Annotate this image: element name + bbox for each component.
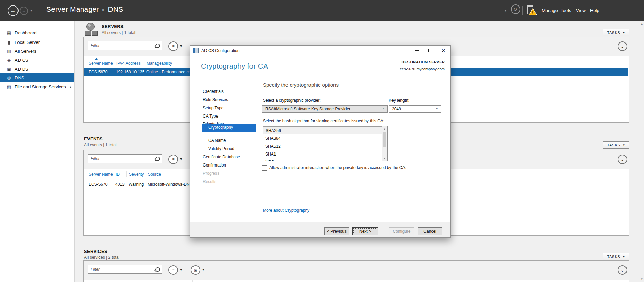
scroll-down-icon[interactable]: ▼ [639,276,644,282]
hash-option-sha256[interactable]: SHA256 [263,126,382,134]
vertical-scrollbar[interactable]: ▲ ▼ [639,21,644,282]
services-title: SERVICES [84,249,107,254]
chevron-down-icon[interactable]: ▾ [180,267,182,272]
servers-tasks-button[interactable]: TASKS ▾ [603,29,629,36]
sidebar-item-all-servers[interactable]: ▥ All Servers [0,47,74,56]
next-button[interactable]: Next > [352,227,378,235]
chevron-down-icon[interactable]: ▾ [202,267,204,272]
column-header[interactable]: IPv4 Address [114,60,144,66]
warning-exclaim-icon: ! [532,11,534,15]
hash-option-md5[interactable]: MD5 [263,158,382,161]
collapse-chevron-icon: ⌄ [621,44,624,49]
sidebar-item-label: DNS [15,75,24,81]
top-bar: ← → ▾ Server Manager ▸ DNS ▾ ⟳ ! Manage … [0,0,644,21]
column-header[interactable]: Server Name [86,60,114,66]
services-list-options-button[interactable]: ≡ [168,265,178,275]
notification-flag-icon[interactable] [528,5,533,7]
server-box-icon [92,31,98,36]
ad-ds-icon: ▣ [6,66,12,72]
menu-tools[interactable]: Tools [560,0,570,21]
listbox-scrollbar[interactable]: ▲ ▼ [382,126,387,161]
wizard-step-cryptography[interactable]: Cryptography [202,124,256,132]
list-icon: ≡ [172,44,174,49]
notifications-dropdown[interactable]: ▾ [505,8,507,13]
events-collapse-button[interactable]: ⌄ [618,155,627,164]
services-collapse-button[interactable]: ⌄ [618,265,627,275]
column-header[interactable]: Server Name [86,171,113,177]
hash-algorithm-listbox[interactable]: SHA256 SHA384 SHA512 SHA1 MD5 ▲ ▼ [262,126,388,161]
servers-title: SERVERS [102,24,124,29]
menu-manage[interactable]: Manage [541,0,552,21]
services-filter-input[interactable] [88,265,162,274]
dialog-titlebar[interactable]: AD CS Configuration ✕ [190,46,450,56]
refresh-button[interactable]: ⟳ [511,4,520,14]
sidebar-item-file-storage-services[interactable]: ▨ File and Storage Services ▸ [0,82,74,91]
scroll-up-icon[interactable]: ▲ [382,126,387,132]
chevron-down-icon[interactable]: ▾ [180,44,182,48]
maximize-button[interactable] [425,46,435,56]
hash-option-sha512[interactable]: SHA512 [263,142,382,150]
hash-option-sha1[interactable]: SHA1 [263,150,382,158]
sidebar-item-ad-ds[interactable]: ▣ AD DS [0,64,74,73]
sidebar-item-label: All Servers [15,49,36,54]
servers-filter-input[interactable] [88,41,162,50]
file-storage-icon: ▨ [6,84,12,89]
admin-interaction-checkbox[interactable] [262,165,267,171]
wizard-step-validity-period[interactable]: Validity Period [208,145,234,153]
services-subtitle: All services | 2 total [84,255,119,260]
key-length-select[interactable]: 2048 ⌄ [389,105,441,113]
events-tasks-button[interactable]: TASKS ▾ [603,141,629,149]
sidebar-item-dashboard[interactable]: ▦ Dashboard [0,28,74,37]
column-header[interactable]: Severity [126,171,145,177]
servers-section-icon [85,23,98,36]
ad-cs-icon: ◈ [6,58,12,63]
sidebar-item-label: Local Server [15,40,40,45]
services-toolbar [84,261,629,280]
menu-view[interactable]: View [575,0,584,21]
column-header[interactable]: ID [113,171,126,177]
breadcrumb-arrow-icon: ▸ [102,7,104,12]
wizard-nav-divider [256,77,256,221]
sidebar-item-dns[interactable]: ◍ DNS [0,73,74,82]
back-button[interactable]: ← [8,5,19,16]
sidebar-item-local-server[interactable]: ▮ Local Server [0,38,74,47]
key-length-label: Key length: [389,98,409,103]
search-icon [155,267,160,272]
scroll-up-icon[interactable]: ▲ [639,21,644,27]
services-panel: ≡ ▾ ▣ ▾ ⌄ [83,260,629,282]
close-button[interactable]: ✕ [438,46,448,56]
provider-select[interactable]: RSA#Microsoft Software Key Storage Provi… [262,105,388,113]
nav-history-dropdown[interactable]: ▾ [30,8,32,13]
chevron-down-icon[interactable]: ▾ [180,157,182,161]
events-list-options-button[interactable]: ≡ [168,155,178,164]
wizard-step-ca-name[interactable]: CA Name [208,136,226,145]
dns-icon: ◍ [6,75,12,81]
expand-arrow-icon[interactable]: ▸ [70,85,72,89]
collapse-chevron-icon: ⌄ [621,268,624,273]
wizard-step-setup-type[interactable]: Setup Type [203,104,224,112]
destination-server-value: ecs-5670.mycompany.com [400,67,445,71]
hash-option-sha384[interactable]: SHA384 [263,134,382,142]
services-tasks-button[interactable]: TASKS ▾ [603,253,629,260]
services-group-button[interactable]: ▣ [191,265,200,275]
servers-collapse-button[interactable]: ⌄ [618,41,627,51]
forward-button[interactable]: → [20,7,28,15]
configure-button[interactable]: Configure [389,227,414,235]
events-filter-input[interactable] [88,154,162,163]
previous-button[interactable]: < Previous [324,227,349,235]
wizard-step-confirmation[interactable]: Confirmation [203,161,226,169]
more-about-cryptography-link[interactable]: More about Cryptography [263,208,309,213]
menu-help[interactable]: Help [589,0,598,21]
adcs-configuration-dialog: AD CS Configuration ✕ Cryptography for C… [190,45,451,238]
wizard-step-role-services[interactable]: Role Services [203,96,228,104]
wizard-step-ca-type[interactable]: CA Type [203,112,218,120]
cancel-button[interactable]: Cancel [418,227,442,235]
wizard-step-certificate-database[interactable]: Certificate Database [203,153,240,161]
wizard-step-credentials[interactable]: Credentials [203,87,224,96]
app-title[interactable]: Server Manager [46,5,99,13]
sidebar-item-ad-cs[interactable]: ◈ AD CS [0,56,74,64]
scroll-down-icon[interactable]: ▼ [382,156,387,161]
scrollbar-thumb[interactable] [383,132,386,147]
servers-list-options-button[interactable]: ≡ [168,41,178,51]
minimize-button[interactable] [411,46,422,56]
